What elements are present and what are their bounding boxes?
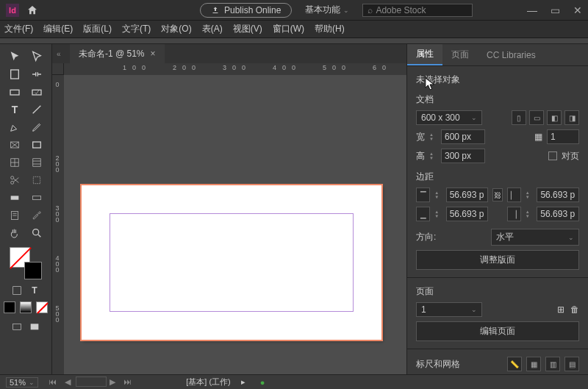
page-number-dropdown[interactable]: 1⌄: [416, 302, 482, 317]
orientation-landscape-icon[interactable]: ▭: [529, 110, 544, 125]
menu-edit[interactable]: 编辑(E): [43, 23, 73, 35]
next-page-icon[interactable]: ▶: [107, 377, 118, 386]
binding-left-icon[interactable]: ◧: [547, 110, 562, 125]
width-spinner[interactable]: ▲▼: [429, 132, 437, 141]
close-button[interactable]: ✕: [573, 4, 582, 16]
free-transform-tool[interactable]: [26, 172, 47, 188]
margin-top-spinner[interactable]: ▲▼: [434, 190, 442, 199]
grid-tool[interactable]: [4, 154, 25, 171]
margin-right-input[interactable]: 56.693 p: [537, 207, 579, 221]
margin-left-spinner[interactable]: ▲▼: [526, 190, 533, 199]
menu-layout[interactable]: 版面(L): [83, 23, 112, 35]
tab-cc-libraries[interactable]: CC Libraries: [478, 44, 545, 65]
selection-tool[interactable]: [4, 49, 25, 65]
error-icon[interactable]: ●: [260, 378, 265, 387]
apply-gradient-icon[interactable]: [20, 301, 32, 313]
ruler-icon[interactable]: 📏: [507, 357, 522, 371]
margin-left-input[interactable]: 56.693 p: [537, 188, 579, 202]
page-preset-dropdown[interactable]: 600 x 300⌄: [416, 110, 482, 125]
view-mode-normal-icon[interactable]: [10, 319, 24, 335]
zoom-dropdown[interactable]: 51%⌄: [6, 377, 38, 388]
document-tab[interactable]: 未命名-1 @ 51% ×: [70, 44, 165, 63]
note-tool[interactable]: [4, 207, 25, 224]
home-icon[interactable]: [26, 4, 38, 16]
pencil-tool[interactable]: [26, 119, 47, 135]
content-placer-tool[interactable]: [26, 84, 47, 100]
horizontal-ruler[interactable]: 100 200 300 400 500 60: [64, 63, 406, 75]
layer-status: [基本] (工作): [186, 376, 231, 388]
grid-icon-3[interactable]: ▤: [564, 357, 579, 371]
type-tool[interactable]: T: [4, 101, 25, 118]
orientation-dropdown[interactable]: 水平⌄: [491, 229, 579, 246]
pen-tool[interactable]: [4, 119, 25, 135]
direct-selection-tool[interactable]: [26, 49, 47, 65]
pages-input[interactable]: 1: [547, 129, 579, 144]
binding-right-icon[interactable]: ◨: [564, 110, 579, 125]
menu-help[interactable]: 帮助(H): [315, 23, 345, 35]
page-tool[interactable]: [4, 66, 25, 82]
ruler-origin[interactable]: [52, 63, 64, 75]
vertical-ruler[interactable]: 0 200 300 400 500: [52, 75, 64, 374]
stock-search-input[interactable]: ⌕ Adobe Stock: [362, 4, 473, 17]
gradient-feather-tool[interactable]: [26, 190, 47, 206]
minimize-button[interactable]: —: [527, 4, 537, 16]
canvas[interactable]: [64, 75, 406, 374]
menu-window[interactable]: 窗口(W): [273, 23, 304, 35]
margin-right-spinner[interactable]: ▲▼: [526, 210, 533, 218]
facing-pages-checkbox[interactable]: [548, 151, 557, 160]
line-tool[interactable]: [26, 101, 47, 118]
publish-online-button[interactable]: Publish Online: [200, 3, 292, 18]
link-margins-icon[interactable]: ⛓: [492, 188, 502, 201]
menu-file[interactable]: 文件(F): [4, 23, 33, 35]
gradient-swatch-tool[interactable]: [4, 190, 25, 206]
page-1[interactable]: [82, 185, 381, 340]
publish-label: Publish Online: [224, 5, 281, 15]
tab-pages[interactable]: 页面: [442, 44, 478, 65]
margin-top-input[interactable]: 56.693 p: [446, 188, 489, 202]
delete-page-icon[interactable]: 🗑: [570, 304, 579, 315]
height-spinner[interactable]: ▲▼: [429, 151, 437, 160]
adjust-layout-button[interactable]: 调整版面: [416, 250, 579, 270]
close-tab-icon[interactable]: ×: [151, 49, 156, 59]
apply-color-icon[interactable]: [4, 301, 15, 313]
height-input[interactable]: 300 px: [441, 149, 485, 163]
panel-collapse-icon[interactable]: «: [57, 50, 65, 58]
eyedropper-tool[interactable]: [26, 207, 47, 224]
rectangle-frame-tool[interactable]: [4, 137, 25, 153]
status-menu-icon[interactable]: ▸: [241, 377, 245, 387]
prev-page-icon[interactable]: ◀: [62, 377, 74, 386]
menu-table[interactable]: 表(A): [202, 23, 223, 35]
grid-icon-2[interactable]: ▥: [545, 357, 560, 371]
menu-type[interactable]: 文字(T): [122, 23, 151, 35]
apply-none-icon[interactable]: [36, 301, 48, 313]
maximize-button[interactable]: ▭: [551, 4, 560, 16]
margin-bottom-input[interactable]: 56.693 p: [446, 207, 489, 221]
fill-stroke-swatch[interactable]: [10, 247, 42, 279]
gap-tool[interactable]: [26, 66, 47, 82]
last-page-icon[interactable]: ⏭: [121, 377, 135, 386]
hand-tool[interactable]: [4, 225, 25, 241]
format-text-icon[interactable]: T: [28, 284, 41, 297]
first-page-icon[interactable]: ⏮: [46, 377, 60, 386]
svg-rect-4: [33, 142, 41, 148]
format-container-icon[interactable]: [10, 284, 24, 297]
menu-view[interactable]: 视图(V): [233, 23, 262, 35]
page-field[interactable]: [76, 376, 107, 387]
tab-properties[interactable]: 属性: [407, 44, 442, 65]
view-mode-preview-icon[interactable]: [27, 319, 42, 335]
svg-point-6: [11, 181, 14, 184]
margin-bottom-spinner[interactable]: ▲▼: [434, 210, 442, 218]
content-collector-tool[interactable]: [4, 84, 25, 100]
zoom-tool[interactable]: [26, 225, 47, 241]
workspace-dropdown[interactable]: 基本功能 ⌄: [305, 4, 349, 16]
edit-page-button[interactable]: 编辑页面: [416, 321, 579, 341]
width-input[interactable]: 600 px: [441, 129, 485, 144]
scissors-tool[interactable]: [4, 172, 25, 188]
upload-icon: [211, 6, 220, 15]
rectangle-tool[interactable]: [26, 137, 47, 153]
grid-icon-1[interactable]: ▦: [526, 357, 541, 371]
menu-object[interactable]: 对象(O): [161, 23, 191, 35]
new-page-icon[interactable]: ⊞: [557, 304, 564, 315]
orientation-portrait-icon[interactable]: ▯: [512, 110, 526, 125]
grid-frame-tool[interactable]: [26, 154, 47, 171]
